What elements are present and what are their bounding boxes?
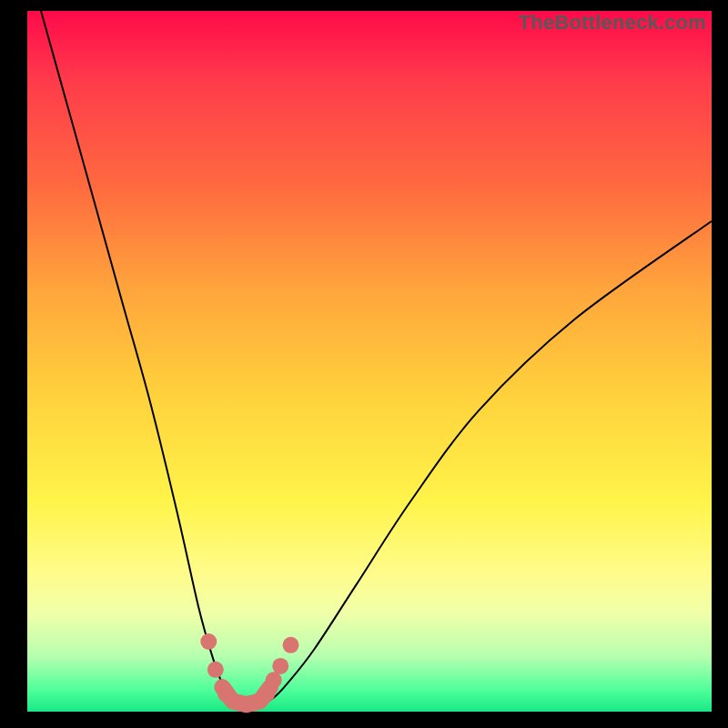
- data-point: [207, 662, 224, 678]
- data-point: [258, 686, 275, 703]
- chart-frame: TheBottleneck.com: [27, 11, 712, 712]
- data-point: [272, 658, 288, 674]
- data-point: [266, 672, 282, 688]
- data-point: [283, 637, 299, 653]
- chart-svg: [27, 11, 712, 712]
- data-point: [245, 695, 261, 712]
- data-point: [217, 686, 234, 703]
- bottleneck-curve: [41, 11, 712, 705]
- highlight-points: [200, 633, 298, 712]
- data-point: [200, 633, 217, 650]
